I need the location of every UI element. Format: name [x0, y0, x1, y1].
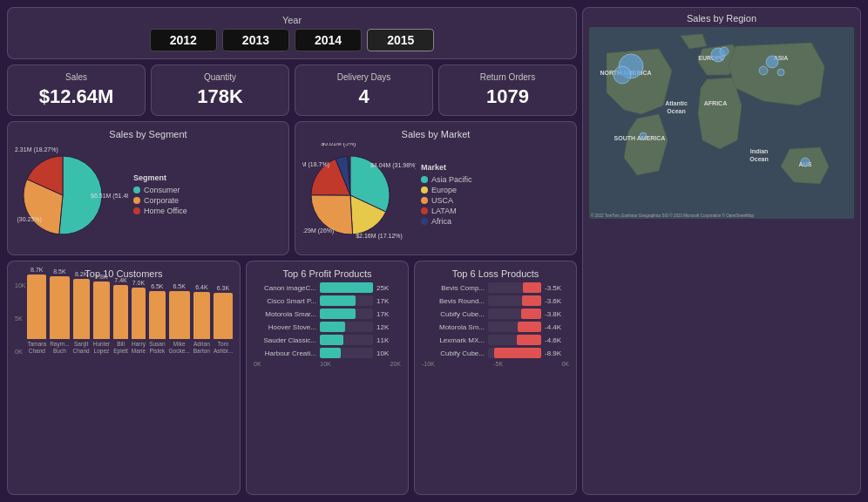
- svg-text:$3.29M (26%): $3.29M (26%): [302, 227, 334, 234]
- hbar-row: Harbour Creati... 10K: [254, 348, 401, 358]
- bar-rect: [113, 285, 128, 340]
- kpi-label: Delivery Days: [337, 72, 391, 82]
- kpi-label: Sales: [65, 72, 87, 82]
- hbar-track: [488, 309, 541, 319]
- legend-item: Consumer: [133, 186, 187, 194]
- bar-name: AdrianBarton: [193, 341, 210, 355]
- bar-value: 8.2K: [75, 271, 87, 277]
- bar-value: 6.3K: [217, 285, 229, 291]
- bar-rect: [132, 288, 146, 340]
- segment-pie-svg: $6.51M (51.48%)$3.82M (30.25%)$2.31M (18…: [15, 143, 128, 248]
- hbar-label: Bevis Comp...: [422, 284, 485, 292]
- svg-point-27: [640, 132, 647, 139]
- bar-value: 8.7K: [31, 267, 43, 273]
- svg-text:$3.82M (30.25%): $3.82M (30.25%): [15, 216, 42, 223]
- top-profit-panel: Top 6 Profit Products Canon imageC... 25…: [246, 261, 409, 495]
- kpi-value: $12.64M: [39, 85, 114, 108]
- svg-point-20: [614, 66, 631, 84]
- hbar-row: Lexmark MX... -4.6K: [422, 335, 569, 345]
- hbar-fill: [320, 322, 345, 332]
- bar-name: Raym...Buch: [50, 341, 69, 355]
- bar-column: 8.5K Raym...Buch: [50, 268, 69, 355]
- bar-rect: [73, 279, 90, 340]
- hbar-label: Lexmark MX...: [422, 336, 485, 344]
- charts-section: Sales by Segment $6.51M (51.48%)$3.82M (…: [7, 121, 577, 255]
- bar-column: 7.4K BillEplett: [113, 277, 128, 355]
- hbar-row: Bevis Comp... -3.5K: [422, 282, 569, 293]
- bottom-section: Top 10 Customers 10K5K0K 8.7K TamaraChan…: [7, 261, 577, 495]
- hbar-fill: [522, 295, 541, 306]
- map-section: Sales by Region NORTH AMERICAEUROPEASIAA…: [582, 7, 861, 495]
- bar-column: 6.5K SusanPistek: [149, 283, 165, 355]
- svg-text:$2.16M (17.12%): $2.16M (17.12%): [356, 233, 403, 240]
- hbar-label: Cubify Cube...: [422, 349, 485, 357]
- hbar-track: [488, 335, 541, 345]
- top-loss-chart: Bevis Comp... -3.5K Bevis Round... -3.6K…: [422, 282, 569, 367]
- bar-name: HunterLopez: [93, 341, 111, 355]
- top-customers-chart: 10K5K0K 8.7K TamaraChand 8.5K Raym...Buc…: [15, 282, 233, 356]
- market-pie-wrapper: $4.04M (31.98%)$2.16M (17.12%)$3.29M (26…: [302, 143, 569, 248]
- hbar-value: 12K: [376, 323, 401, 331]
- map-title: Sales by Region: [588, 13, 855, 24]
- svg-text:$0.61M (5%): $0.61M (5%): [321, 143, 356, 147]
- hbar-track: [320, 309, 373, 319]
- segment-pie-wrapper: $6.51M (51.48%)$3.82M (30.25%)$2.31M (18…: [15, 143, 281, 248]
- svg-text:Ocean: Ocean: [667, 108, 685, 114]
- bar-rect: [149, 291, 165, 339]
- kpi-sales: Sales $12.64M: [7, 64, 146, 116]
- top-loss-title: Top 6 Loss Products: [422, 268, 569, 279]
- bar-name: BillEplett: [113, 341, 128, 355]
- hbar-value: 17K: [376, 310, 401, 318]
- bar-value: 6.5K: [151, 283, 163, 289]
- hbar-label: Sauder Classic...: [254, 336, 316, 344]
- legend-item: USCA: [421, 196, 472, 205]
- bar-value: 7.0K: [132, 280, 145, 286]
- year-btn-2014[interactable]: 2014: [295, 29, 362, 51]
- bar-rect: [50, 276, 69, 339]
- bar-value: 6.4K: [195, 284, 207, 290]
- hbar-fill: [320, 335, 343, 345]
- hbar-track: [488, 348, 541, 358]
- hbar-fill: [320, 309, 356, 319]
- hbar-label: Harbour Creati...: [254, 349, 316, 357]
- legend-item: Home Office: [133, 207, 187, 215]
- svg-point-26: [801, 158, 810, 166]
- year-btn-2013[interactable]: 2013: [222, 29, 289, 51]
- hbar-row: Bevis Round... -3.6K: [422, 295, 569, 306]
- bar-rect: [27, 275, 46, 339]
- year-btn-2015[interactable]: 2015: [367, 29, 434, 51]
- bar-name: SusanPistek: [149, 341, 165, 355]
- market-legend: MarketAsia PacificEuropeUSCALATAMAfrica: [421, 163, 472, 227]
- bar-value: 8.5K: [53, 268, 65, 275]
- hbar-track: [488, 282, 541, 293]
- bar-rect: [193, 292, 210, 339]
- market-chart: Sales by Market $4.04M (31.98%)$2.16M (1…: [295, 121, 577, 255]
- legend-item: Africa: [421, 217, 472, 226]
- hbar-value: 10K: [376, 349, 401, 357]
- bar-value: 7.8K: [95, 274, 107, 280]
- kpi-value: 4: [358, 85, 369, 108]
- hbar-fill: [517, 335, 541, 345]
- kpi-label: Return Orders: [480, 72, 535, 82]
- top-loss-panel: Top 6 Loss Products Bevis Comp... -3.5K …: [414, 261, 577, 495]
- kpi-delivery-days: Delivery Days 4: [295, 64, 433, 116]
- hbar-value: -4.6K: [545, 336, 569, 344]
- kpi-quantity: Quantity 178K: [151, 64, 289, 116]
- svg-point-25: [777, 69, 784, 76]
- hbar-fill: [518, 322, 541, 332]
- svg-point-22: [720, 47, 729, 56]
- hbar-fill: [494, 348, 541, 358]
- bar-column: 8.7K TamaraChand: [27, 267, 46, 355]
- hbar-row: Cubify Cube... -3.8K: [422, 309, 569, 319]
- bar-value: 7.4K: [114, 277, 126, 283]
- segment-legend: SegmentConsumerCorporateHome Office: [133, 173, 187, 217]
- hbar-track: [320, 295, 373, 306]
- hbar-row: Motorola Smar... 17K: [254, 309, 401, 319]
- kpi-value: 178K: [197, 85, 243, 108]
- year-btn-2012[interactable]: 2012: [150, 29, 217, 51]
- hbar-row: Cubify Cube... -8.9K: [422, 348, 569, 358]
- map-container: NORTH AMERICAEUROPEASIAAFRICASOUTH AMERI…: [588, 27, 855, 219]
- bar-column: 7.8K HunterLopez: [93, 274, 111, 355]
- hbar-label: Motorola Smar...: [254, 310, 316, 318]
- svg-text:AFRICA: AFRICA: [704, 100, 727, 106]
